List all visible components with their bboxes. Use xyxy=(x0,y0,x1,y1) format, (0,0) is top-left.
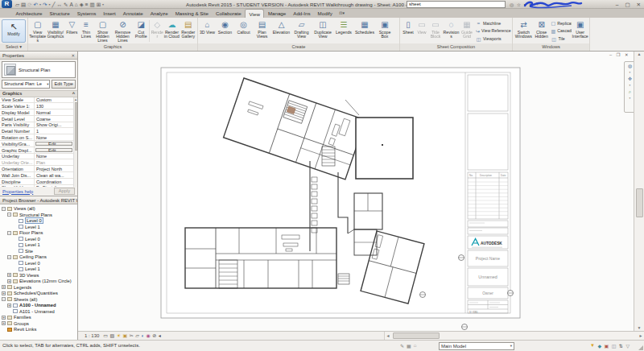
resize-grip[interactable] xyxy=(638,345,643,350)
legends-button[interactable]: ☰ Legends xyxy=(334,19,353,43)
property-row[interactable]: Display ModelNormal xyxy=(0,109,77,116)
scroll-right-icon[interactable]: ► xyxy=(638,332,644,340)
thin-lines-button[interactable]: ≡ Thin Lines xyxy=(79,19,93,43)
prop-value[interactable]: Coarse xyxy=(35,116,77,122)
tab-view[interactable]: View xyxy=(245,9,264,18)
show-hidden-lines-button[interactable]: ▢ Show Hidden Lines xyxy=(93,19,112,43)
prop-value[interactable]: None xyxy=(35,154,77,159)
tree-item-sheets[interactable]: −Sheets (all) xyxy=(2,296,77,303)
property-row[interactable]: Show Hidden...By Discipline xyxy=(0,185,77,187)
restore-icon[interactable]: ▢ xyxy=(625,2,630,8)
prop-value[interactable]: None xyxy=(35,134,77,140)
plan-views-button[interactable]: ▤ Plan Views xyxy=(253,19,271,43)
tree-item-families[interactable]: +Families xyxy=(2,315,77,321)
chevron-down-icon[interactable]: ▾ xyxy=(630,70,631,76)
expander-icon[interactable]: − xyxy=(7,231,11,235)
close-icon[interactable]: ✕ xyxy=(637,2,641,8)
redo-icon[interactable]: ↷ xyxy=(43,1,47,8)
design-option-select[interactable]: Main Model ▾ xyxy=(439,342,514,350)
tree-item-level1[interactable]: Level 1 xyxy=(2,242,77,249)
switch-windows-button[interactable]: ⇄ Switch Windows xyxy=(514,19,534,43)
tag-icon[interactable]: ✎ xyxy=(64,1,68,8)
expander-icon[interactable]: − xyxy=(7,213,11,217)
drafting-view-button[interactable]: ▱ Drafting View xyxy=(291,19,312,43)
prop-value[interactable]: Normal xyxy=(35,109,77,115)
sheet-name-text[interactable]: Unnamed xyxy=(478,275,497,279)
tree-item-ceiling-plans[interactable]: −Ceiling Plans xyxy=(2,254,77,261)
vertical-scroll-thumb[interactable] xyxy=(636,188,643,217)
properties-help-link[interactable]: Properties help xyxy=(2,189,33,194)
windows-panel-label[interactable]: Windows xyxy=(513,43,589,51)
user-interface-button[interactable]: ▣ User Interface xyxy=(572,19,588,43)
property-row[interactable]: View ScaleCustom xyxy=(0,97,77,104)
tab-systems[interactable]: Systems xyxy=(73,9,100,18)
tree-item-level0[interactable]: Level 0 xyxy=(2,260,77,266)
prop-value[interactable]: Show Origi... xyxy=(35,122,77,128)
editable-icon[interactable]: ▣ xyxy=(605,343,609,349)
redo-caret-icon[interactable]: ▾ xyxy=(49,1,51,8)
owner-text[interactable]: Owner xyxy=(482,291,493,295)
tab-annotate[interactable]: Annotate xyxy=(119,9,147,18)
tree-item-groups[interactable]: +Groups xyxy=(2,320,77,327)
replicate-button[interactable]: ▢ Replicate xyxy=(551,20,571,26)
property-row[interactable]: Visibility/Gra...Edit... xyxy=(0,141,77,147)
tree-item-legends[interactable]: +Legends xyxy=(2,284,77,291)
tree-item-site[interactable]: Site xyxy=(2,248,77,254)
steering-wheel-icon[interactable]: ◍ xyxy=(628,64,632,69)
subscription-icon[interactable]: ☆ xyxy=(517,2,521,7)
create-panel-label[interactable]: Create xyxy=(198,43,399,51)
temporary-hide-icon[interactable]: ◐ xyxy=(141,332,144,340)
remove-hidden-lines-button[interactable]: ⊘ Remove Hidden Lines xyxy=(112,19,134,43)
properties-header[interactable]: Properties ✕ xyxy=(0,52,77,60)
qat-caret-icon[interactable]: ▾ xyxy=(102,1,104,8)
thin-lines-icon[interactable]: ≡ xyxy=(85,1,89,8)
drawing-area[interactable]: AUTODESK No. Description Date Project Na… xyxy=(78,52,634,331)
sheet-composition-panel-label[interactable]: Sheet Composition xyxy=(400,43,512,51)
cascade-button[interactable]: ▥ Cascade xyxy=(551,28,571,34)
tab-structure[interactable]: Structure xyxy=(46,9,73,18)
binoculars-icon[interactable]: ◎ xyxy=(510,2,514,7)
tab-collaborate[interactable]: Collaborate xyxy=(212,9,245,18)
sheet-view[interactable]: AUTODESK No. Description Date Project Na… xyxy=(78,52,634,331)
visibility-graphics-button[interactable]: ▦ Visibility/ Graphics xyxy=(46,19,64,43)
section-icon[interactable]: ◈ xyxy=(80,1,84,8)
property-row[interactable]: Rotation on S...None xyxy=(0,134,77,141)
view-reference-button[interactable]: ↪ View Reference xyxy=(476,28,510,34)
tree-item-schedules[interactable]: +Schedules/Quantities xyxy=(2,291,77,297)
select-panel-label[interactable]: Select ▾ xyxy=(0,43,27,51)
links-icon[interactable]: ◫ xyxy=(612,343,617,349)
render-gallery-button[interactable]: ▤ Render Gallery xyxy=(180,19,196,43)
prop-value[interactable]: Project North xyxy=(35,166,77,171)
horizontal-scrollbar[interactable]: ◄ ► xyxy=(384,332,644,340)
text-icon[interactable]: A xyxy=(69,1,72,8)
expander-icon[interactable]: + xyxy=(2,291,6,295)
expander-icon[interactable]: − xyxy=(7,255,11,259)
viewports-button[interactable]: ◫ Viewports xyxy=(476,36,510,42)
expander-icon[interactable]: + xyxy=(7,273,11,277)
properties-scrollbar[interactable]: ▲ xyxy=(73,97,77,188)
zoom-icon[interactable]: ⌕ xyxy=(629,89,631,95)
revisions-button[interactable]: ◌ Revisions xyxy=(443,19,460,43)
tree-item-elevations[interactable]: +Elevations (12mm Circle) xyxy=(2,279,77,285)
scale-control[interactable]: 1 : 130 xyxy=(85,333,99,338)
graphics-group-header[interactable]: Graphics ^ xyxy=(0,90,77,97)
tree-item-a101[interactable]: A101 - Unnamed xyxy=(2,308,77,315)
prop-value[interactable]: Custom xyxy=(35,97,77,103)
project-browser-header[interactable]: Project Browser - Autodesk REVIT W... ✕ xyxy=(0,196,77,204)
tab-add-ins[interactable]: Add-Ins xyxy=(290,9,314,18)
sheet-paper[interactable] xyxy=(161,68,520,318)
property-row[interactable]: UnderlayNone xyxy=(0,154,77,160)
chevron-left-icon[interactable]: ◂ xyxy=(159,332,161,340)
analytical-model-icon[interactable]: ⊘ xyxy=(152,332,156,340)
tree-item-a100[interactable]: +A100 - Unnamed xyxy=(2,303,77,309)
ribbon-state-toggle-icon[interactable]: ⊡▾ xyxy=(336,9,348,18)
expander-icon[interactable]: + xyxy=(7,279,11,283)
tile-button[interactable]: ◫ Tile xyxy=(551,36,571,42)
property-row[interactable]: OrientationProject North xyxy=(0,166,77,172)
undo-caret-icon[interactable]: ▾ xyxy=(39,1,41,8)
tab-insert[interactable]: Insert xyxy=(100,9,119,18)
tab-analyze[interactable]: Analyze xyxy=(147,9,171,18)
detail-level-icon[interactable]: ▧ xyxy=(110,332,115,340)
scroll-up-icon[interactable]: ▲ xyxy=(634,52,644,57)
tree-item-level1[interactable]: Level 1 xyxy=(2,224,77,230)
